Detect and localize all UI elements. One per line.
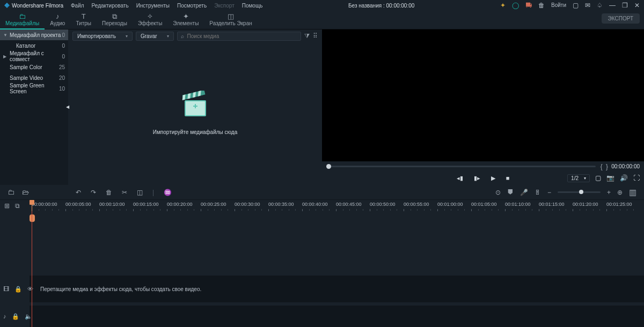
- module-tabs: 🗀Медиафайлы ♪Аудио TТитры ⧉Переходы ✧Эфф…: [0, 11, 644, 29]
- visibility-icon[interactable]: 👁: [27, 286, 33, 292]
- timeline-zoom-slider[interactable]: [558, 191, 601, 193]
- search-icon: ⌕: [181, 33, 184, 39]
- notification-icon[interactable]: ♤: [597, 2, 603, 9]
- lock-icon[interactable]: 🔒: [14, 286, 22, 293]
- play-icon[interactable]: ▶: [491, 175, 495, 182]
- snap-icon[interactable]: ⊞: [4, 202, 10, 210]
- ruler-tick: 00:00:25:00: [201, 202, 226, 207]
- fx-icon: ✧: [147, 12, 153, 20]
- sidebar-item-sample-video[interactable]: Sample Video20: [0, 72, 68, 83]
- save-icon[interactable]: ▢: [573, 2, 579, 9]
- minimize-icon[interactable]: —: [609, 2, 616, 9]
- prev-frame-icon[interactable]: ◂▮: [457, 175, 463, 182]
- record-dropdown[interactable]: Gravar▾: [136, 32, 174, 41]
- tab-media[interactable]: 🗀Медиафайлы: [0, 11, 45, 29]
- split-icon: ◫: [228, 12, 234, 20]
- cut-icon[interactable]: ✂: [122, 189, 127, 196]
- new-folder-icon[interactable]: 🗁: [22, 188, 29, 196]
- timecode: 00:00:00:00: [611, 164, 640, 169]
- ruler-tick: 00:00:45:00: [336, 202, 362, 207]
- video-track-icon[interactable]: 🎞: [3, 286, 9, 292]
- tab-transitions[interactable]: ⧉Переходы: [97, 11, 133, 29]
- sidebar-item-shared-media[interactable]: ▶Медиафайл с совмест0: [0, 51, 68, 62]
- grid-view-icon[interactable]: ⠿: [313, 32, 318, 40]
- mark-in-icon[interactable]: {: [600, 162, 601, 170]
- menu-tools[interactable]: Инструменты: [136, 3, 170, 9]
- ruler-tick: 00:00:50:00: [370, 202, 396, 207]
- audio-track[interactable]: ♪ 🔒 🔈: [30, 306, 644, 327]
- timeline-settings-icon[interactable]: ▥: [629, 188, 636, 197]
- sidebar-item-sample-color[interactable]: Sample Color25: [0, 62, 68, 72]
- import-dropdown[interactable]: Импортировать▾: [72, 32, 133, 41]
- playhead[interactable]: [32, 200, 32, 211]
- zoom-fit-icon[interactable]: ⊕: [617, 189, 623, 196]
- tab-elements[interactable]: ✦Элементы: [167, 11, 204, 29]
- timeline-tracks[interactable]: 🎞 🔒 👁 Перетащите медиа и эффекты сюда, ч…: [30, 211, 644, 327]
- audio-track-head: ♪ 🔒 🔈: [0, 306, 30, 327]
- zoom-out-icon[interactable]: −: [547, 189, 551, 196]
- marker-icon[interactable]: ⛊: [507, 189, 514, 196]
- media-drop-zone[interactable]: Импортируйте медиафайлы сюда: [68, 42, 322, 185]
- main-area: ▼Медиафайл проекта0 Каталог0 ▶Медиафайл …: [0, 29, 644, 185]
- volume-icon[interactable]: 🔊: [620, 174, 628, 182]
- cart-icon[interactable]: ⛟: [525, 2, 532, 9]
- mail-icon[interactable]: ✉: [585, 2, 590, 9]
- sidebar-item-catalog[interactable]: Каталог0: [0, 40, 68, 51]
- ruler-tick: 00:00:55:00: [404, 202, 429, 207]
- crop-icon[interactable]: ◫: [137, 189, 143, 196]
- record-icon[interactable]: ⊙: [495, 189, 501, 196]
- maximize-icon[interactable]: ❐: [622, 2, 628, 9]
- drop-hint-text: Импортируйте медиафайлы сюда: [153, 129, 237, 135]
- sidebar-item-sample-green[interactable]: Sample Green Screen10: [0, 83, 68, 94]
- tab-split-screen[interactable]: ◫Разделить Экран: [204, 11, 257, 29]
- filter-icon[interactable]: ⧩: [304, 32, 310, 40]
- timeline-ruler[interactable]: 00:00:00:0000:00:05:0000:00:10:0000:00:1…: [30, 200, 644, 211]
- audio-track-icon[interactable]: ♪: [3, 313, 6, 319]
- next-frame-icon[interactable]: ▮▸: [474, 175, 480, 182]
- tab-titles[interactable]: TТитры: [70, 11, 97, 29]
- audio-edit-icon[interactable]: ♒: [164, 189, 172, 196]
- lock-icon[interactable]: 🔒: [12, 313, 19, 320]
- mixer-icon[interactable]: 🎚: [535, 189, 541, 196]
- redo-icon[interactable]: ↷: [91, 189, 96, 196]
- menu-file[interactable]: Файл: [71, 3, 84, 9]
- snapshot-icon[interactable]: 📷: [606, 174, 614, 182]
- playhead-line: [32, 211, 32, 327]
- preview-panel: { } 00:00:00:00 ◂▮ ▮▸ ▶ ■ 1/2▾ ▢ 📷 🔊 ⛶: [322, 29, 644, 185]
- timeline-ruler-row: ⊞ ⧉ 00:00:00:0000:00:05:0000:00:10:0000:…: [0, 199, 644, 211]
- scrub-track[interactable]: [326, 166, 596, 167]
- sidebar-collapse-icon[interactable]: ◀: [66, 105, 69, 109]
- fullscreen-icon[interactable]: ⛶: [633, 174, 640, 182]
- playhead-handle[interactable]: [30, 214, 35, 222]
- video-track[interactable]: 🎞 🔒 👁 Перетащите медиа и эффекты сюда, ч…: [30, 276, 644, 302]
- stop-icon[interactable]: ■: [506, 175, 510, 181]
- trash-icon[interactable]: 🗑: [538, 2, 545, 9]
- menu-help[interactable]: Помощь: [242, 3, 263, 9]
- premium-icon[interactable]: ✦: [500, 2, 506, 9]
- mark-out-icon[interactable]: }: [606, 162, 607, 170]
- sidebar-item-project-media[interactable]: ▼Медиафайл проекта0: [0, 29, 68, 40]
- preview-viewport[interactable]: [322, 29, 644, 161]
- support-icon[interactable]: ◯: [512, 2, 519, 9]
- delete-icon[interactable]: 🗑: [106, 189, 112, 196]
- close-icon[interactable]: ✕: [634, 2, 640, 9]
- playback-quality-dropdown[interactable]: 1/2▾: [567, 174, 590, 182]
- display-icon[interactable]: ▢: [595, 174, 601, 182]
- zoom-in-icon[interactable]: +: [607, 189, 611, 196]
- undo-icon[interactable]: ↶: [76, 189, 81, 196]
- search-input[interactable]: [187, 33, 297, 39]
- menu-view[interactable]: Посмотреть: [177, 3, 207, 9]
- folder-open-icon[interactable]: 🗀: [8, 188, 14, 196]
- menu-edit[interactable]: Редактировать: [92, 3, 129, 9]
- mute-icon[interactable]: 🔈: [25, 313, 32, 320]
- export-button[interactable]: ЭКСПОРТ: [602, 13, 640, 24]
- ruler-tick: 00:01:00:00: [437, 202, 463, 207]
- link-icon[interactable]: ⧉: [15, 202, 20, 210]
- media-search[interactable]: ⌕: [177, 32, 301, 41]
- voiceover-icon[interactable]: 🎤: [520, 189, 528, 196]
- tab-audio[interactable]: ♪Аудио: [45, 11, 70, 29]
- menu-export[interactable]: Экспорт: [214, 3, 235, 9]
- login-button[interactable]: Войти: [551, 3, 566, 8]
- tab-effects[interactable]: ✧Эффекты: [133, 11, 167, 29]
- ruler-tick: 00:00:20:00: [167, 202, 193, 207]
